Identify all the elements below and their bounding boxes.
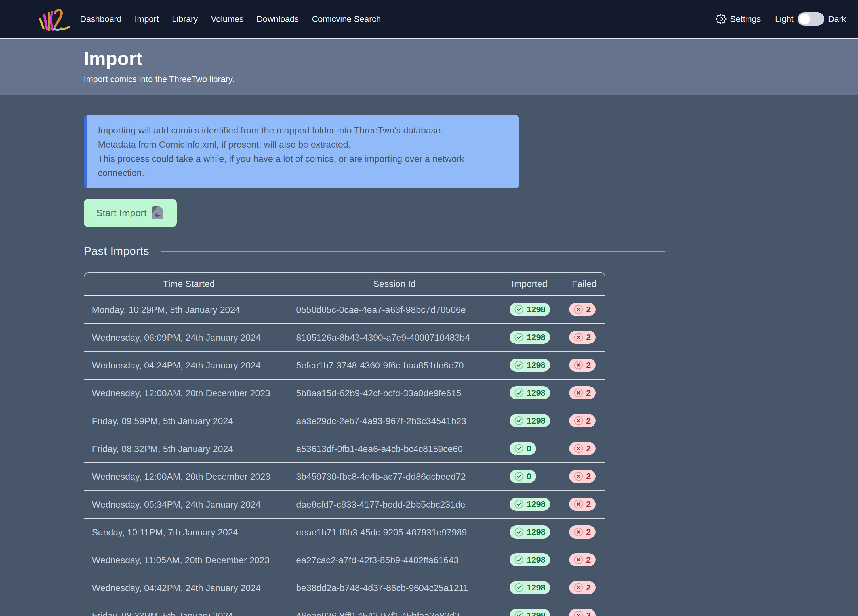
theme-toggle[interactable] xyxy=(797,12,824,26)
table-row: Wednesday, 12:00AM, 20th December 20233b… xyxy=(84,462,605,490)
start-import-button[interactable]: Start Import xyxy=(84,199,177,227)
cell-imported: 1298 xyxy=(496,407,564,435)
imported-count: 1298 xyxy=(527,583,546,593)
failed-count: 2 xyxy=(586,360,591,370)
imported-count-badge: 1298 xyxy=(510,303,550,316)
cell-time-started: Wednesday, 06:09PM, 24th January 2024 xyxy=(84,324,294,351)
failed-count: 2 xyxy=(586,305,591,314)
imported-count-badge: 1298 xyxy=(510,581,550,594)
imported-count-badge: 1298 xyxy=(510,526,550,538)
table-row: Sunday, 10:11PM, 7th January 2024eeae1b7… xyxy=(84,518,605,546)
settings-label: Settings xyxy=(730,14,761,24)
settings-button[interactable]: Settings xyxy=(716,14,761,25)
nav-item-import[interactable]: Import xyxy=(135,14,159,24)
check-circle-icon xyxy=(514,305,524,314)
cell-failed: 2 xyxy=(564,296,605,324)
threetwo-logo-icon[interactable] xyxy=(36,5,70,33)
notice-line: Importing will add comics identified fro… xyxy=(98,123,508,137)
failed-count: 2 xyxy=(586,471,591,481)
page-subtitle: Import comics into the ThreeTwo library. xyxy=(84,75,858,84)
failed-count-badge: 2 xyxy=(569,609,595,616)
failed-count: 2 xyxy=(586,527,591,537)
page-title: Import xyxy=(84,48,858,69)
cell-imported: 1298 xyxy=(496,490,564,518)
gear-icon xyxy=(716,14,727,25)
check-circle-icon xyxy=(514,444,524,453)
nav-links: DashboardImportLibraryVolumesDownloadsCo… xyxy=(80,14,381,24)
x-circle-icon xyxy=(574,527,583,537)
table-row: Friday, 08:32PM, 5th January 2024a53613d… xyxy=(84,435,605,462)
cell-session-id: 3b459730-fbc8-4e4b-ac77-dd86dcbeed72 xyxy=(294,462,496,490)
cell-time-started: Wednesday, 04:42PM, 24th January 2024 xyxy=(84,574,294,602)
failed-count: 2 xyxy=(586,333,591,342)
check-circle-icon xyxy=(514,471,524,481)
cell-time-started: Wednesday, 05:34PM, 24th January 2024 xyxy=(84,490,294,518)
nav-item-comicvine-search[interactable]: Comicvine Search xyxy=(312,14,381,24)
cell-session-id: 0550d05c-0cae-4ea7-a63f-98bc7d70506e xyxy=(294,296,496,324)
page-header: Import Import comics into the ThreeTwo l… xyxy=(0,39,858,95)
cell-session-id: 5b8aa15d-62b9-42cf-bcfd-33a0de9fe615 xyxy=(294,379,496,407)
check-circle-icon xyxy=(514,388,524,398)
failed-count: 2 xyxy=(586,444,591,453)
x-circle-icon xyxy=(574,360,583,370)
cell-imported: 1298 xyxy=(496,324,564,351)
cell-imported: 1298 xyxy=(496,351,564,379)
col-header-imported: Imported xyxy=(496,273,564,296)
imported-count: 1298 xyxy=(527,388,546,398)
past-imports-heading: Past Imports xyxy=(84,245,149,257)
imported-count: 0 xyxy=(527,471,532,481)
cell-failed: 2 xyxy=(564,546,605,574)
failed-count-badge: 2 xyxy=(569,470,595,483)
nav-item-volumes[interactable]: Volumes xyxy=(211,14,244,24)
failed-count-badge: 2 xyxy=(569,414,595,427)
light-mode-label: Light xyxy=(775,14,794,24)
check-circle-icon xyxy=(514,333,524,342)
nav-item-dashboard[interactable]: Dashboard xyxy=(80,14,122,24)
cell-failed: 2 xyxy=(564,490,605,518)
cell-failed: 2 xyxy=(564,379,605,407)
table-row: Wednesday, 04:42PM, 24th January 2024be3… xyxy=(84,574,605,602)
cell-session-id: be38dd2a-b748-4d37-86cb-9604c25a1211 xyxy=(294,574,496,602)
imported-count-badge: 1298 xyxy=(510,498,550,511)
imported-count: 0 xyxy=(527,444,532,453)
cell-failed: 2 xyxy=(564,324,605,351)
cell-imported: 1298 xyxy=(496,602,564,616)
check-circle-icon xyxy=(514,416,524,426)
cell-imported: 1298 xyxy=(496,546,564,574)
cell-time-started: Wednesday, 11:05AM, 20th December 2023 xyxy=(84,546,294,574)
imported-count: 1298 xyxy=(527,611,546,616)
imported-count-badge: 1298 xyxy=(510,359,550,372)
cell-time-started: Wednesday, 12:00AM, 20th December 2023 xyxy=(84,379,294,407)
x-circle-icon xyxy=(574,388,583,398)
cell-session-id: 46eae026-8ff0-4542-97f1-45bfaa2e82d2 xyxy=(294,602,496,616)
cell-imported: 1298 xyxy=(496,518,564,546)
imported-count-badge: 0 xyxy=(510,442,536,455)
cell-session-id: ea27cac2-a7fd-42f3-85b9-4402ffa61643 xyxy=(294,546,496,574)
failed-count-badge: 2 xyxy=(569,553,595,566)
dark-mode-label: Dark xyxy=(828,14,846,24)
imported-count: 1298 xyxy=(527,360,546,370)
failed-count-badge: 2 xyxy=(569,581,595,594)
failed-count-badge: 2 xyxy=(569,359,595,372)
x-circle-icon xyxy=(574,583,583,593)
imported-count: 1298 xyxy=(527,555,546,565)
failed-count: 2 xyxy=(586,388,591,398)
failed-count: 2 xyxy=(586,583,591,593)
failed-count-badge: 2 xyxy=(569,442,595,455)
table-header-row: Time Started Session Id Imported Failed xyxy=(84,273,605,296)
cell-imported: 0 xyxy=(496,435,564,462)
cell-session-id: dae8cfd7-c833-4177-bedd-2bb5cbc231de xyxy=(294,490,496,518)
cell-time-started: Friday, 09:59PM, 5th January 2024 xyxy=(84,407,294,435)
cell-session-id: 5efce1b7-3748-4360-9f6c-baa851de6e70 xyxy=(294,351,496,379)
failed-count-badge: 2 xyxy=(569,303,595,316)
table-row: Wednesday, 12:00AM, 20th December 20235b… xyxy=(84,379,605,407)
imported-count: 1298 xyxy=(527,527,546,537)
nav-item-library[interactable]: Library xyxy=(172,14,198,24)
cell-session-id: eeae1b71-f8b3-45dc-9205-487931e97989 xyxy=(294,518,496,546)
x-circle-icon xyxy=(574,611,583,616)
x-circle-icon xyxy=(574,444,583,453)
table-row: Wednesday, 11:05AM, 20th December 2023ea… xyxy=(84,546,605,574)
x-circle-icon xyxy=(574,555,583,565)
nav-item-downloads[interactable]: Downloads xyxy=(257,14,299,24)
table-row: Friday, 09:59PM, 5th January 2024aa3e29d… xyxy=(84,407,605,435)
